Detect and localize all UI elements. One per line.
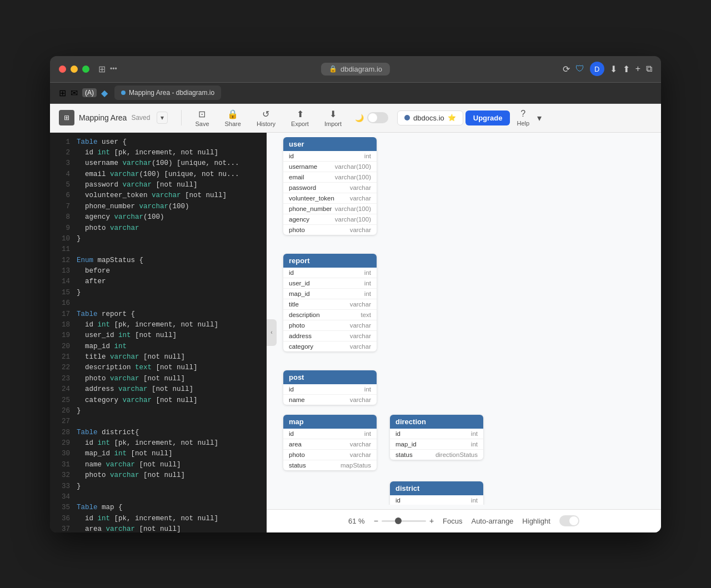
table-post[interactable]: post idint namevarchar xyxy=(283,370,377,405)
upgrade-button[interactable]: Upgrade xyxy=(465,110,510,125)
main-area: 1 Table user { 2 id int [pk, increment, … xyxy=(50,133,661,532)
editor-line: 30 map_id int [not null] xyxy=(50,449,267,459)
expand-button[interactable]: ▾ xyxy=(537,113,542,123)
table-report[interactable]: report idint user_idint map_idint titlev… xyxy=(283,254,377,351)
dbdocs-icon xyxy=(404,115,410,120)
history-label: History xyxy=(257,120,276,127)
shield-button[interactable]: 🛡 xyxy=(575,64,584,74)
highlight-label: Highlight xyxy=(522,517,550,525)
table-map[interactable]: map idint areavarchar photovarchar statu… xyxy=(283,415,377,470)
table-row: map_idint xyxy=(390,439,483,450)
table-row: photovarchar xyxy=(283,225,377,235)
editor-line: 6 volunteer_token varchar [not null] xyxy=(50,190,267,201)
shield2-icon: ◆ xyxy=(101,88,108,98)
diagram-area[interactable]: ‹ user idint usernamevarchar(100) emailv… xyxy=(267,133,661,532)
url-text: dbdiagram.io xyxy=(341,65,382,73)
table-user[interactable]: user idint usernamevarchar(100) emailvar… xyxy=(283,137,377,235)
project-icon: ⊞ xyxy=(59,110,74,125)
editor-line: 23 photo varchar [not null] xyxy=(50,374,267,384)
table-row: usernamevarchar(100) xyxy=(283,162,377,172)
theme-toggle[interactable] xyxy=(367,112,388,123)
help-button[interactable]: ? Help xyxy=(512,107,534,129)
table-row: titlevarchar xyxy=(283,299,377,310)
lock-share-icon: 🔒 xyxy=(227,109,238,119)
code-editor[interactable]: 1 Table user { 2 id int [pk, increment, … xyxy=(50,133,267,532)
zoom-track xyxy=(382,520,426,522)
tab-favicon xyxy=(121,91,126,95)
dbdocs-button[interactable]: dbdocs.io ⭐ xyxy=(397,110,463,125)
table-row: idint xyxy=(390,429,483,439)
active-tab[interactable]: Mapping Area - dbdiagram.io xyxy=(114,86,221,100)
question-icon: ? xyxy=(520,109,525,119)
editor-line: 17 Table report { xyxy=(50,309,267,320)
table-direction[interactable]: direction idint map_idint statusdirectio… xyxy=(390,415,483,460)
table-row: idint xyxy=(283,268,377,278)
new-tab-button[interactable]: + xyxy=(635,64,640,74)
minimize-button[interactable] xyxy=(71,66,78,73)
editor-line: 9 photo varchar xyxy=(50,223,267,234)
table-direction-header: direction xyxy=(390,415,483,429)
zoom-thumb[interactable] xyxy=(395,517,402,524)
sidebar-icon[interactable]: ⊞ xyxy=(98,64,106,74)
download-button[interactable]: ⬇ xyxy=(610,64,617,74)
zoom-in-icon[interactable]: + xyxy=(429,516,434,525)
editor-line: 8 agency varchar(100) xyxy=(50,212,267,223)
table-row: idint xyxy=(283,429,377,439)
editor-line: 28 Table district{ xyxy=(50,428,267,438)
table-row: areavarchar xyxy=(283,439,377,450)
mail-icon: ✉ xyxy=(71,88,78,98)
editor-line: 7 phone_number varchar(100) xyxy=(50,202,267,212)
lock-icon: 🔒 xyxy=(329,65,337,73)
auto-arrange-button[interactable]: Auto-arrange xyxy=(471,517,513,525)
close-button[interactable] xyxy=(59,66,66,73)
editor-line: 3 username varchar(100) [unique, not... xyxy=(50,158,267,169)
history-button[interactable]: ↺ History xyxy=(250,107,282,129)
editor-line: 4 email varchar(100) [unique, not nu... xyxy=(50,169,267,180)
focus-button[interactable]: Focus xyxy=(443,517,462,525)
editor-line: 31 name varchar [not null] xyxy=(50,460,267,470)
save-button[interactable]: ⊡ Save xyxy=(188,107,216,129)
table-district[interactable]: district idint map_idint namevarchar pho… xyxy=(390,481,483,505)
highlight-toggle[interactable] xyxy=(559,515,579,526)
table-row: descriptiontext xyxy=(283,310,377,320)
star-icon: ⭐ xyxy=(448,114,456,122)
table-row: photovarchar xyxy=(283,320,377,331)
import-label: Import xyxy=(324,120,342,127)
refresh-button[interactable]: ⟳ xyxy=(563,64,570,74)
app-window: ⊞ ••• 🔒 dbdiagram.io ⟳ 🛡 D ⬇ ⬆ + ⧉ ⊞ ✉ (… xyxy=(50,56,661,532)
table-row: map_idint xyxy=(283,289,377,299)
table-row: photovarchar xyxy=(283,450,377,460)
table-row: idint xyxy=(283,151,377,162)
tabbar: ⊞ ✉ (A) ◆ Mapping Area - dbdiagram.io xyxy=(50,83,661,104)
copy-button[interactable]: ⧉ xyxy=(646,64,652,74)
profile-button[interactable]: D xyxy=(590,62,604,76)
share-button[interactable]: 🔒 Share xyxy=(218,107,248,129)
editor-line: 13 before xyxy=(50,266,267,277)
history-icon: ↺ xyxy=(262,109,269,119)
zoom-slider[interactable]: − + xyxy=(374,516,434,525)
editor-line: 24 address varchar [not null] xyxy=(50,384,267,395)
share-label: Share xyxy=(225,120,241,127)
import-button[interactable]: ⬇ Import xyxy=(318,107,348,129)
titlebar: ⊞ ••• 🔒 dbdiagram.io ⟳ 🛡 D ⬇ ⬆ + ⧉ xyxy=(50,56,661,83)
table-row: agencyvarchar(100) xyxy=(283,214,377,225)
zoom-out-icon[interactable]: − xyxy=(374,516,378,525)
table-row: statusdirectionStatus xyxy=(390,450,483,460)
table-row: phone_numbervarchar(100) xyxy=(283,204,377,214)
share-button[interactable]: ⬆ xyxy=(623,64,630,74)
moon-icon: 🌙 xyxy=(355,114,364,122)
collapse-editor-button[interactable]: ‹ xyxy=(267,319,277,346)
export-label: Export xyxy=(291,120,309,127)
upgrade-label: Upgrade xyxy=(473,114,503,122)
maximize-button[interactable] xyxy=(82,66,89,73)
url-bar[interactable]: 🔒 dbdiagram.io xyxy=(321,63,390,76)
table-user-header: user xyxy=(283,137,377,151)
editor-line: 33 } xyxy=(50,481,267,492)
project-name-label: Mapping Area xyxy=(79,113,127,122)
table-row: volunteer_tokenvarchar xyxy=(283,193,377,204)
project-dropdown-button[interactable]: ▾ xyxy=(157,112,168,124)
editor-line: 12 Enum mapStatus { xyxy=(50,255,267,266)
export-icon: ⬆ xyxy=(297,109,304,119)
editor-line: 21 title varchar [not null] xyxy=(50,352,267,363)
export-button[interactable]: ⬆ Export xyxy=(284,107,316,129)
